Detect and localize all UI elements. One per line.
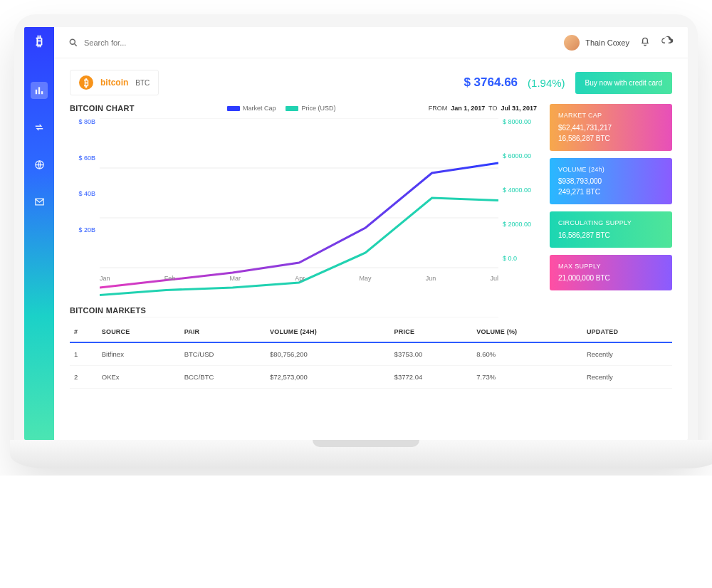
col-price: PRICE xyxy=(390,322,473,342)
search-box[interactable] xyxy=(68,38,554,48)
card-market-cap-v2: 16,586,287 BTC xyxy=(558,133,664,144)
xlab-4: May xyxy=(359,275,371,282)
ylab-r-4: $ 0.0 xyxy=(503,255,537,262)
col-num: # xyxy=(70,322,98,342)
range-to-value: Jul 31, 2017 xyxy=(501,105,537,112)
cell-price: $3753.00 xyxy=(390,342,473,366)
price-block: $ 3764.66 (1.94%) Buy now with credit ca… xyxy=(464,72,672,94)
cell-updated: Recently xyxy=(582,366,672,389)
card-volume: VOLUME (24h) $938,793,000 249,271 BTC xyxy=(550,158,672,205)
legend-swatch-mcap xyxy=(227,106,240,111)
coin-header: ₿ bitcoin BTC $ 3764.66 (1.94%) Buy now … xyxy=(70,70,672,95)
nav-dashboard[interactable] xyxy=(31,82,48,99)
x-axis: Jan Feb Mar Apr May Jun Jul xyxy=(100,275,498,282)
cloud-download-icon xyxy=(661,35,674,48)
user-chip[interactable]: Thain Coxey xyxy=(564,35,629,51)
mail-icon xyxy=(34,196,45,207)
cell-price: $3772.04 xyxy=(390,366,473,389)
chart-panel: BITCOIN CHART Market Cap Price (USD) FRO… xyxy=(70,104,537,282)
col-volume: VOLUME (24H) xyxy=(266,322,390,342)
card-market-cap: MARKET CAP $62,441,731,217 16,586,287 BT… xyxy=(550,104,672,151)
logo-bitcoin-icon: ₿ xyxy=(36,34,43,49)
legend-label-mcap: Market Cap xyxy=(243,105,276,112)
ylab-l-2: $ 40B xyxy=(70,190,95,197)
svg-rect-1 xyxy=(38,87,40,94)
ylab-l-1: $ 60B xyxy=(70,154,95,162)
card-max-supply-label: MAX SUPPLY xyxy=(558,262,664,272)
cell-pair: BCC/BTC xyxy=(180,366,266,389)
card-circulating-v1: 16,586,287 BTC xyxy=(558,230,664,241)
stat-cards: MARKET CAP $62,441,731,217 16,586,287 BT… xyxy=(550,104,672,290)
avatar xyxy=(564,35,580,51)
search-icon xyxy=(68,38,78,48)
y-axis-right: $ 8000.00 $ 6000.00 $ 4000.00 $ 2000.00 … xyxy=(503,118,537,262)
legend-label-price: Price (USD) xyxy=(301,105,335,112)
coin-badge: ₿ bitcoin BTC xyxy=(70,70,159,95)
ylab-r-0: $ 8000.00 xyxy=(503,118,537,125)
ylab-l-3: $ 20B xyxy=(70,226,95,233)
globe-icon xyxy=(34,159,45,170)
notifications-button[interactable] xyxy=(639,36,651,50)
cell-source: Bitfinex xyxy=(98,342,180,366)
col-volp: VOLUME (%) xyxy=(472,322,582,342)
cloud-download-button[interactable] xyxy=(661,35,674,51)
svg-rect-2 xyxy=(41,91,43,94)
card-max-supply: MAX SUPPLY 21,000,000 BTC xyxy=(550,255,672,291)
ylab-l-0: $ 80B xyxy=(70,118,95,125)
user-name: Thain Coxey xyxy=(585,38,629,47)
col-pair: PAIR xyxy=(180,322,266,342)
chart-canvas: $ 80B $ 60B $ 40B $ 20B $ 8000.00 $ 6000… xyxy=(70,118,537,282)
col-source: SOURCE xyxy=(98,322,180,342)
y-axis-left: $ 80B $ 60B $ 40B $ 20B xyxy=(70,118,95,262)
card-volume-v1: $938,793,000 xyxy=(558,176,664,187)
table-row[interactable]: 1BitfinexBTC/USD$80,756,200$3753.008.60%… xyxy=(70,342,672,366)
cell-vol: $80,756,200 xyxy=(266,342,390,366)
card-max-supply-v1: 21,000,000 BTC xyxy=(558,273,664,283)
nav-globe[interactable] xyxy=(31,156,48,173)
card-market-cap-v1: $62,441,731,217 xyxy=(558,122,664,133)
ylab-r-2: $ 4000.00 xyxy=(503,187,537,194)
col-updated: UPDATED xyxy=(582,322,672,342)
cell-updated: Recently xyxy=(582,342,672,366)
card-volume-label: VOLUME (24h) xyxy=(558,165,664,175)
range-from-label: FROM xyxy=(429,105,448,112)
coin-price: $ 3764.66 xyxy=(464,75,518,90)
nav-mail[interactable] xyxy=(31,193,48,210)
table-row[interactable]: 2OKExBCC/BTC$72,573,000$3772.047.73%Rece… xyxy=(70,366,672,389)
cell-vol: $72,573,000 xyxy=(266,366,390,389)
content: ₿ bitcoin BTC $ 3764.66 (1.94%) Buy now … xyxy=(54,58,688,440)
cell-volp: 8.60% xyxy=(472,342,582,366)
nav-exchange[interactable] xyxy=(31,119,48,136)
chart-title: BITCOIN CHART xyxy=(70,104,135,112)
sidebar: ₿ xyxy=(24,27,54,440)
cell-source: OKEx xyxy=(98,366,180,389)
series-market-cap xyxy=(100,163,498,288)
chart-plot xyxy=(100,118,498,317)
ylab-r-1: $ 6000.00 xyxy=(503,152,537,159)
cell-volp: 7.73% xyxy=(472,366,582,389)
svg-rect-0 xyxy=(36,90,37,94)
coin-name: bitcoin xyxy=(100,78,128,88)
xlab-5: Jun xyxy=(426,275,436,282)
ylab-r-3: $ 2000.00 xyxy=(503,221,537,228)
xlab-3: Apr xyxy=(295,275,305,282)
main-panel: Thain Coxey ₿ bitcoin BTC $ 3764.66 (1. xyxy=(54,27,688,440)
chart-legend: Market Cap Price (USD) xyxy=(227,105,336,112)
card-market-cap-label: MARKET CAP xyxy=(558,111,664,121)
bar-chart-icon xyxy=(34,85,44,95)
buy-button[interactable]: Buy now with credit card xyxy=(575,72,672,94)
coin-delta: (1.94%) xyxy=(528,77,565,89)
coin-ticker: BTC xyxy=(135,79,150,87)
chart-range: FROM Jan 1, 2017 TO Jul 31, 2017 xyxy=(429,105,537,112)
card-volume-v2: 249,271 BTC xyxy=(558,187,664,197)
svg-point-4 xyxy=(70,39,75,44)
range-to-label: TO xyxy=(488,105,497,112)
markets-section: BITCOIN MARKETS # SOURCE PAIR VOLUME (24… xyxy=(70,306,672,389)
xlab-1: Feb xyxy=(164,275,176,282)
card-circulating: CIRCULATING SUPPLY 16,586,287 BTC xyxy=(550,211,672,248)
legend-swatch-price xyxy=(286,106,298,111)
swap-icon xyxy=(34,122,44,132)
cell-pair: BTC/USD xyxy=(180,342,266,366)
search-input[interactable] xyxy=(84,38,226,47)
bell-icon xyxy=(639,36,651,47)
